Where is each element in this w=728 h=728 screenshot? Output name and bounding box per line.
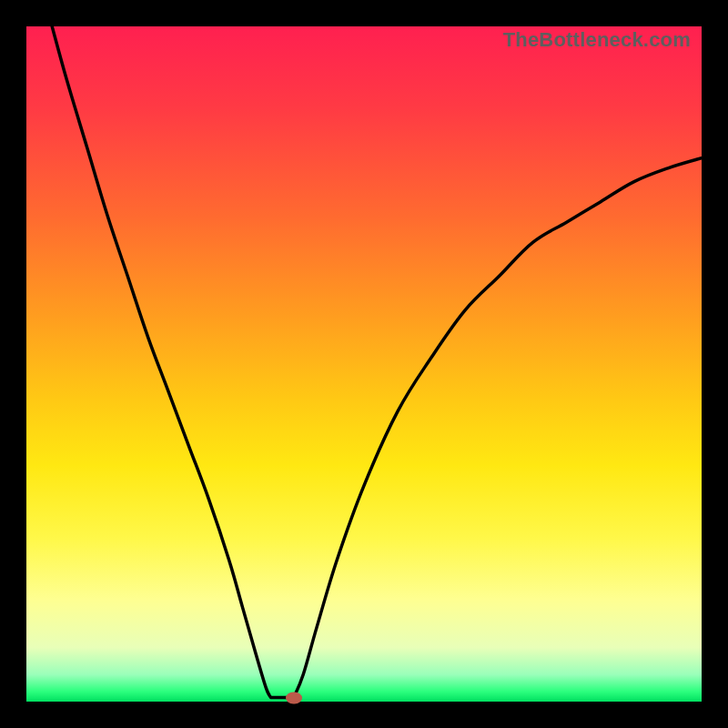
chart-frame: TheBottleneck.com	[0, 0, 728, 728]
plot-area: TheBottleneck.com	[26, 26, 702, 702]
watermark-text: TheBottleneck.com	[503, 28, 691, 52]
optimum-marker	[286, 692, 302, 703]
bottleneck-curve	[26, 26, 702, 702]
